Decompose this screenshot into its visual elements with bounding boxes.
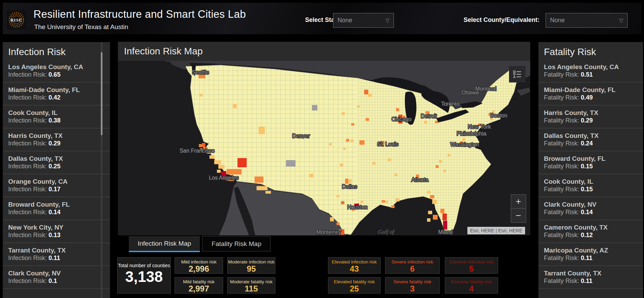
county-select-dropdown[interactable]: None ▽ — [546, 13, 628, 28]
map-city-label: Boston — [490, 113, 507, 118]
fatality-risk-list: Los Angeles County, CA Fatality Risk:0.5… — [538, 60, 643, 289]
risc-logo: RISC — [7, 10, 26, 29]
tab-infection-risk-map[interactable]: Infection Risk Map — [129, 236, 200, 252]
map-attribution: Esri, HERE | Esri, HERE — [467, 227, 525, 234]
us-choropleth-map: Seattle San Francisco Los Angeles Denver… — [118, 61, 530, 235]
list-item[interactable]: Los Angeles County, CA Fatality Risk:0.5… — [538, 60, 643, 82]
map-city-label: Montreal — [475, 86, 496, 92]
severe-infection-stat: Severe infection risk 6 — [385, 257, 440, 274]
list-item[interactable]: Cameron County, TX Fatality Risk:0.12 — [538, 220, 643, 243]
list-item[interactable]: Dallas County, TX Infection Risk:0.25 — [3, 151, 110, 174]
state-select-value: None — [338, 17, 352, 24]
list-item[interactable]: Harris County, TX Fatality Risk:0.29 — [538, 105, 643, 128]
zoom-out-button[interactable]: − — [511, 208, 526, 223]
fatality-risk-panel: Fatality Risk Los Angeles County, CA Fat… — [538, 42, 643, 298]
map-city-label: St. Louis — [377, 141, 398, 147]
moderate-fatality-stat: Moderate fatality risk 115 — [227, 277, 275, 294]
chevron-down-icon: ▽ — [385, 17, 389, 24]
severe-fatality-stat: Severe fatality risk 3 — [385, 277, 440, 294]
list-item[interactable]: Orange County, CA Infection Risk:0.17 — [3, 174, 110, 197]
risc-logo-icon: RISC — [7, 10, 26, 29]
map-city-label: Detroit — [421, 113, 437, 119]
map-city-label: San Francisco — [180, 148, 215, 154]
list-item[interactable]: Clark County, NV Fatality Risk:0.14 — [538, 197, 643, 220]
infection-risk-panel: Infection Risk Los Angeles County, CA In… — [3, 42, 110, 298]
map-panel: Infection Risk Map — [118, 42, 530, 235]
list-item[interactable]: Dallas County, TX Fatality Risk:0.24 — [538, 128, 643, 151]
tab-fatality-risk-map[interactable]: Fatality Risk Map — [202, 236, 271, 251]
stat-value: 3,138 — [118, 268, 170, 285]
map-city-label: Monterrey — [316, 229, 341, 235]
list-item[interactable]: Clark County, NV Infection Risk:0.1 — [3, 266, 110, 289]
fatality-panel-title: Fatality Risk — [538, 42, 643, 60]
list-item[interactable]: Cook County, IL Fatality Risk:0.15 — [538, 174, 643, 197]
page-subtitle: The University of Texas at Austin — [34, 23, 128, 31]
map-city-label: Houston — [347, 204, 368, 210]
infection-panel-title: Infection Risk — [3, 42, 110, 60]
list-item[interactable]: Miami-Dade County, FL Fatality Risk:0.49 — [538, 82, 643, 105]
list-item[interactable]: Broward County, FL Infection Risk:0.14 — [3, 197, 110, 220]
zoom-in-button[interactable]: + — [511, 194, 526, 209]
county-select-value: None — [550, 17, 565, 24]
list-item[interactable]: Tarrant County, TX Fatality Risk:0.11 — [538, 266, 643, 289]
dashboard-root: RISC Resilient Infrastructure and Smart … — [0, 0, 644, 298]
state-select-dropdown[interactable]: None ▽ — [333, 13, 394, 28]
map-zoom-control: + − — [511, 194, 526, 223]
extreme-infection-stat: Extreme infection risk 5 — [445, 257, 498, 274]
header-bar: RISC Resilient Infrastructure and Smart … — [3, 3, 641, 34]
list-item[interactable]: Maricopa County, AZ Fatality Risk:0.11 — [538, 243, 643, 266]
list-item[interactable]: Miami-Dade County, FL Infection Risk:0.4… — [3, 82, 110, 105]
legend-list-icon — [513, 70, 522, 79]
infection-risk-list: Los Angeles County, CA Infection Risk:0.… — [3, 60, 110, 289]
map-city-label: Dallas — [342, 184, 357, 190]
elevated-fatality-stat: Elevated fatality risk 25 — [328, 277, 381, 294]
map-city-label: Miami — [438, 229, 453, 235]
map-city-label: Atlanta — [411, 177, 428, 183]
map-city-label: Chicago — [392, 116, 412, 122]
mild-infection-stat: Mild infection risk 2,996 — [175, 257, 223, 274]
list-item[interactable]: Broward County, FL Fatality Risk:0.15 — [538, 151, 643, 174]
scrollbar-thumb[interactable] — [101, 52, 102, 135]
map-city-label: Philadelphia — [456, 131, 486, 137]
moderate-infection-stat: Moderate infection risk 95 — [227, 257, 275, 274]
map-city-label: Toronto — [441, 101, 459, 107]
map-city-label: Washington — [450, 142, 479, 147]
svg-text:RISC: RISC — [10, 17, 22, 23]
map-city-label: New York — [468, 124, 491, 130]
ocean-label: Gulf of — [378, 229, 395, 235]
map-city-label: Denver — [292, 133, 310, 139]
extreme-fatality-stat: Extreme fatality risk 4 — [445, 277, 498, 294]
map-tab-bar: Infection Risk Map Fatality Risk Map — [129, 236, 271, 252]
list-item[interactable]: Los Angeles County, CA Infection Risk:0.… — [3, 60, 110, 82]
list-item[interactable]: New York City, NY Infection Risk:0.13 — [3, 220, 110, 243]
map-city-label: Los Angeles — [209, 175, 238, 181]
page-title: Resilient Infrastructure and Smart Citie… — [33, 8, 246, 21]
legend-button[interactable] — [509, 66, 525, 82]
mild-fatality-stat: Mild fatality risk 2,997 — [175, 277, 223, 294]
elevated-infection-stat: Elevated infection risk 43 — [328, 257, 381, 274]
map-panel-title: Infection Risk Map — [118, 42, 530, 57]
map-city-label: Seattle — [192, 69, 209, 75]
stat-label: Total number of counties — [118, 263, 170, 268]
select-county-label: Select County/Equivalent: — [464, 16, 539, 24]
list-item[interactable]: Tarrant County, TX Infection Risk:0.11 — [3, 243, 110, 266]
total-counties-stat: Total number of counties 3,138 — [117, 257, 171, 294]
chevron-down-icon: ▽ — [619, 17, 623, 24]
infection-risk-map-canvas[interactable]: Seattle San Francisco Los Angeles Denver… — [118, 61, 530, 235]
list-item[interactable]: Cook County, IL Infection Risk:0.38 — [3, 105, 110, 128]
list-item[interactable]: Harris County, TX Infection Risk:0.29 — [3, 128, 110, 151]
